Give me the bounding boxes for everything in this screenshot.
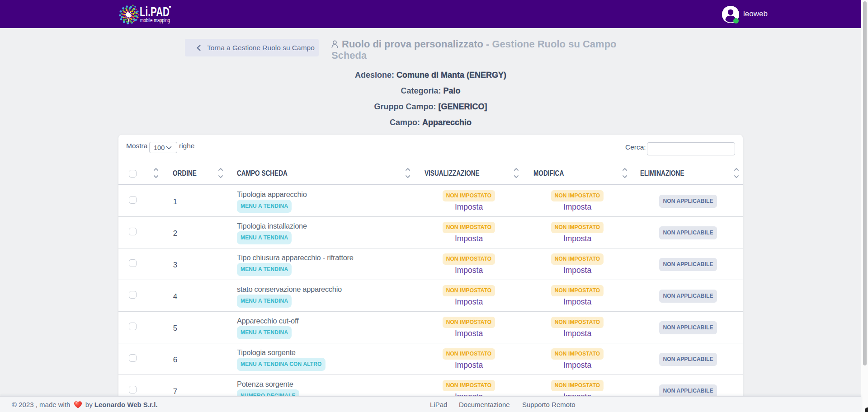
svg-text:mobile mapping: mobile mapping [140,17,170,23]
